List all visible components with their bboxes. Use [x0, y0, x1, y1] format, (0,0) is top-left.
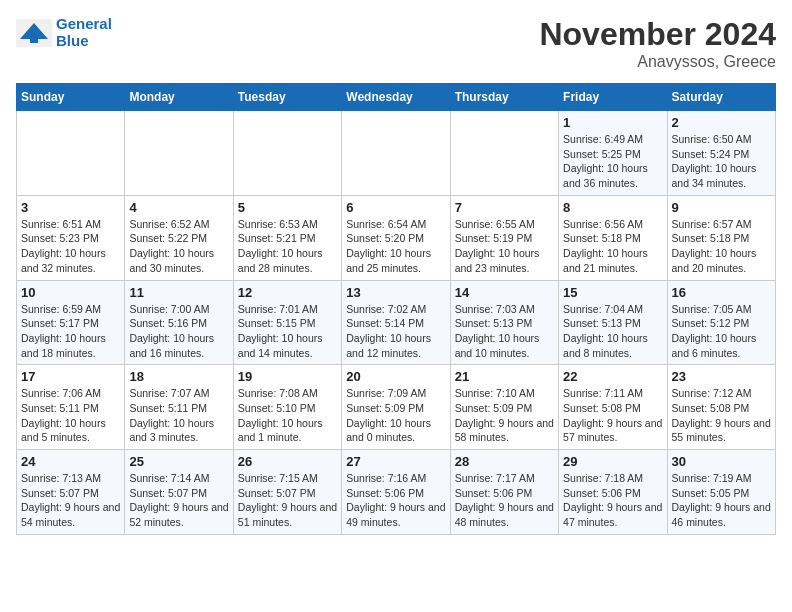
calendar-cell	[450, 111, 558, 196]
day-number: 18	[129, 369, 228, 384]
calendar-cell	[233, 111, 341, 196]
day-info: Sunrise: 7:03 AMSunset: 5:13 PMDaylight:…	[455, 302, 554, 361]
day-number: 25	[129, 454, 228, 469]
day-number: 15	[563, 285, 662, 300]
calendar-cell: 26Sunrise: 7:15 AMSunset: 5:07 PMDayligh…	[233, 450, 341, 535]
day-number: 28	[455, 454, 554, 469]
day-info: Sunrise: 6:55 AMSunset: 5:19 PMDaylight:…	[455, 217, 554, 276]
header: General Blue November 2024 Anavyssos, Gr…	[16, 16, 776, 71]
day-info: Sunrise: 7:00 AMSunset: 5:16 PMDaylight:…	[129, 302, 228, 361]
day-number: 7	[455, 200, 554, 215]
day-number: 22	[563, 369, 662, 384]
day-number: 6	[346, 200, 445, 215]
calendar-week-row: 24Sunrise: 7:13 AMSunset: 5:07 PMDayligh…	[17, 450, 776, 535]
day-number: 17	[21, 369, 120, 384]
day-info: Sunrise: 7:08 AMSunset: 5:10 PMDaylight:…	[238, 386, 337, 445]
day-number: 13	[346, 285, 445, 300]
calendar-day-header: Tuesday	[233, 84, 341, 111]
logo-general: General	[56, 15, 112, 32]
logo: General Blue	[16, 16, 112, 49]
calendar-day-header: Monday	[125, 84, 233, 111]
calendar-cell: 19Sunrise: 7:08 AMSunset: 5:10 PMDayligh…	[233, 365, 341, 450]
day-info: Sunrise: 6:52 AMSunset: 5:22 PMDaylight:…	[129, 217, 228, 276]
calendar-cell	[17, 111, 125, 196]
day-number: 10	[21, 285, 120, 300]
calendar-cell	[125, 111, 233, 196]
calendar-cell: 27Sunrise: 7:16 AMSunset: 5:06 PMDayligh…	[342, 450, 450, 535]
calendar-cell: 29Sunrise: 7:18 AMSunset: 5:06 PMDayligh…	[559, 450, 667, 535]
day-info: Sunrise: 6:59 AMSunset: 5:17 PMDaylight:…	[21, 302, 120, 361]
calendar-day-header: Wednesday	[342, 84, 450, 111]
day-info: Sunrise: 7:18 AMSunset: 5:06 PMDaylight:…	[563, 471, 662, 530]
day-number: 11	[129, 285, 228, 300]
calendar-day-header: Saturday	[667, 84, 775, 111]
calendar-cell: 8Sunrise: 6:56 AMSunset: 5:18 PMDaylight…	[559, 195, 667, 280]
day-number: 24	[21, 454, 120, 469]
day-number: 26	[238, 454, 337, 469]
calendar-table: SundayMondayTuesdayWednesdayThursdayFrid…	[16, 83, 776, 535]
calendar-body: 1Sunrise: 6:49 AMSunset: 5:25 PMDaylight…	[17, 111, 776, 535]
day-info: Sunrise: 7:14 AMSunset: 5:07 PMDaylight:…	[129, 471, 228, 530]
day-info: Sunrise: 7:07 AMSunset: 5:11 PMDaylight:…	[129, 386, 228, 445]
day-number: 20	[346, 369, 445, 384]
calendar-cell: 2Sunrise: 6:50 AMSunset: 5:24 PMDaylight…	[667, 111, 775, 196]
calendar-cell: 16Sunrise: 7:05 AMSunset: 5:12 PMDayligh…	[667, 280, 775, 365]
day-info: Sunrise: 7:06 AMSunset: 5:11 PMDaylight:…	[21, 386, 120, 445]
day-info: Sunrise: 7:13 AMSunset: 5:07 PMDaylight:…	[21, 471, 120, 530]
calendar-cell: 13Sunrise: 7:02 AMSunset: 5:14 PMDayligh…	[342, 280, 450, 365]
day-info: Sunrise: 6:56 AMSunset: 5:18 PMDaylight:…	[563, 217, 662, 276]
day-info: Sunrise: 7:17 AMSunset: 5:06 PMDaylight:…	[455, 471, 554, 530]
logo-icon	[16, 19, 52, 47]
day-number: 27	[346, 454, 445, 469]
calendar-cell: 23Sunrise: 7:12 AMSunset: 5:08 PMDayligh…	[667, 365, 775, 450]
location-title: Anavyssos, Greece	[539, 53, 776, 71]
month-title: November 2024	[539, 16, 776, 53]
title-area: November 2024 Anavyssos, Greece	[539, 16, 776, 71]
calendar-cell: 5Sunrise: 6:53 AMSunset: 5:21 PMDaylight…	[233, 195, 341, 280]
calendar-cell: 10Sunrise: 6:59 AMSunset: 5:17 PMDayligh…	[17, 280, 125, 365]
day-info: Sunrise: 7:12 AMSunset: 5:08 PMDaylight:…	[672, 386, 771, 445]
day-number: 9	[672, 200, 771, 215]
day-info: Sunrise: 7:04 AMSunset: 5:13 PMDaylight:…	[563, 302, 662, 361]
calendar-cell: 3Sunrise: 6:51 AMSunset: 5:23 PMDaylight…	[17, 195, 125, 280]
calendar-cell: 14Sunrise: 7:03 AMSunset: 5:13 PMDayligh…	[450, 280, 558, 365]
logo-blue: Blue	[56, 33, 112, 50]
calendar-cell: 20Sunrise: 7:09 AMSunset: 5:09 PMDayligh…	[342, 365, 450, 450]
svg-rect-2	[30, 37, 38, 43]
day-info: Sunrise: 7:16 AMSunset: 5:06 PMDaylight:…	[346, 471, 445, 530]
calendar-cell: 7Sunrise: 6:55 AMSunset: 5:19 PMDaylight…	[450, 195, 558, 280]
calendar-cell: 25Sunrise: 7:14 AMSunset: 5:07 PMDayligh…	[125, 450, 233, 535]
calendar-week-row: 10Sunrise: 6:59 AMSunset: 5:17 PMDayligh…	[17, 280, 776, 365]
calendar-cell: 17Sunrise: 7:06 AMSunset: 5:11 PMDayligh…	[17, 365, 125, 450]
calendar-cell: 4Sunrise: 6:52 AMSunset: 5:22 PMDaylight…	[125, 195, 233, 280]
day-number: 4	[129, 200, 228, 215]
calendar-day-header: Thursday	[450, 84, 558, 111]
day-number: 8	[563, 200, 662, 215]
day-number: 1	[563, 115, 662, 130]
calendar-week-row: 1Sunrise: 6:49 AMSunset: 5:25 PMDaylight…	[17, 111, 776, 196]
calendar-cell: 11Sunrise: 7:00 AMSunset: 5:16 PMDayligh…	[125, 280, 233, 365]
day-info: Sunrise: 6:57 AMSunset: 5:18 PMDaylight:…	[672, 217, 771, 276]
day-number: 29	[563, 454, 662, 469]
calendar-cell: 22Sunrise: 7:11 AMSunset: 5:08 PMDayligh…	[559, 365, 667, 450]
day-info: Sunrise: 7:19 AMSunset: 5:05 PMDaylight:…	[672, 471, 771, 530]
calendar-cell: 21Sunrise: 7:10 AMSunset: 5:09 PMDayligh…	[450, 365, 558, 450]
day-number: 21	[455, 369, 554, 384]
day-info: Sunrise: 7:02 AMSunset: 5:14 PMDaylight:…	[346, 302, 445, 361]
calendar-cell	[342, 111, 450, 196]
calendar-cell: 9Sunrise: 6:57 AMSunset: 5:18 PMDaylight…	[667, 195, 775, 280]
calendar-cell: 1Sunrise: 6:49 AMSunset: 5:25 PMDaylight…	[559, 111, 667, 196]
day-number: 14	[455, 285, 554, 300]
logo-text-block: General Blue	[56, 16, 112, 49]
day-number: 2	[672, 115, 771, 130]
calendar-cell: 6Sunrise: 6:54 AMSunset: 5:20 PMDaylight…	[342, 195, 450, 280]
calendar-cell: 24Sunrise: 7:13 AMSunset: 5:07 PMDayligh…	[17, 450, 125, 535]
calendar-cell: 12Sunrise: 7:01 AMSunset: 5:15 PMDayligh…	[233, 280, 341, 365]
day-number: 19	[238, 369, 337, 384]
calendar-cell: 30Sunrise: 7:19 AMSunset: 5:05 PMDayligh…	[667, 450, 775, 535]
day-number: 12	[238, 285, 337, 300]
day-number: 23	[672, 369, 771, 384]
day-info: Sunrise: 6:54 AMSunset: 5:20 PMDaylight:…	[346, 217, 445, 276]
day-info: Sunrise: 6:53 AMSunset: 5:21 PMDaylight:…	[238, 217, 337, 276]
calendar-header-row: SundayMondayTuesdayWednesdayThursdayFrid…	[17, 84, 776, 111]
